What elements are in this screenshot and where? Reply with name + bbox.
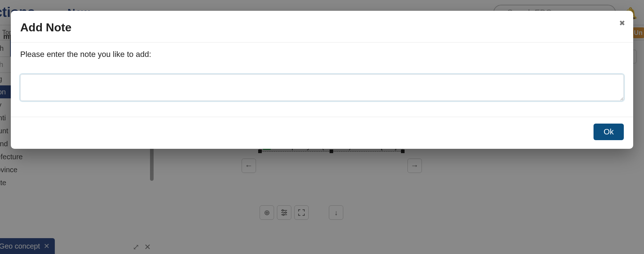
diagram-toolbar: ⊕ ↓ — [260, 205, 343, 220]
expand-left-button[interactable]: ← — [242, 159, 256, 173]
modal-prompt: Please enter the note you like to add: — [20, 50, 624, 59]
settings-icon[interactable] — [277, 205, 291, 220]
note-textarea[interactable] — [20, 74, 624, 101]
sidebar-tab-left[interactable]: ash — [0, 40, 10, 57]
sidebar-open-tab-label: or Geo concept — [0, 242, 40, 250]
svg-point-3 — [282, 210, 283, 211]
expand-right-button[interactable]: → — [407, 159, 422, 173]
tree-item[interactable]: refecture — [0, 150, 155, 163]
svg-point-5 — [283, 214, 284, 215]
expand-down-button[interactable]: ↓ — [329, 205, 343, 220]
ok-button[interactable]: Ok — [594, 124, 624, 140]
tree-item[interactable]: tate — [0, 176, 155, 189]
close-icon[interactable]: ✖ — [619, 19, 625, 27]
center-icon[interactable]: ⊕ — [260, 205, 274, 220]
svg-point-4 — [285, 212, 286, 213]
modal-title: Add Note — [20, 21, 624, 34]
fullscreen-icon[interactable] — [294, 205, 309, 220]
close-icon[interactable]: ✕ — [144, 242, 151, 252]
tree-item[interactable]: rovince — [0, 163, 155, 176]
expand-icon[interactable]: ⤢ — [133, 242, 139, 252]
add-note-modal: Add Note ✖ Please enter the note you lik… — [11, 11, 633, 149]
sidebar-open-tab[interactable]: or Geo concept ✕ — [0, 238, 55, 254]
close-icon[interactable]: ✕ — [44, 242, 50, 250]
